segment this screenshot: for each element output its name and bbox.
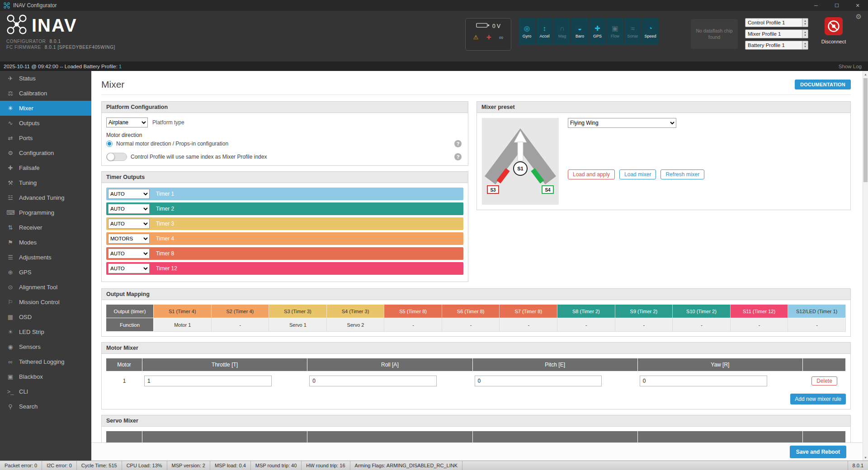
log-message-value: 1 bbox=[119, 64, 122, 69]
servo1-label: S1 bbox=[517, 166, 523, 171]
maximize-icon[interactable]: ☐ bbox=[826, 0, 847, 11]
mixer-preset-select[interactable]: Flying Wing bbox=[568, 118, 676, 128]
mixer-profile-select[interactable]: Mixer Profile 1 bbox=[745, 29, 808, 38]
sidebar-item-mission-control[interactable]: ⚐ Mission Control bbox=[0, 295, 91, 310]
settings-gear-icon[interactable]: ⚙ bbox=[856, 13, 862, 21]
roll-input[interactable] bbox=[309, 376, 437, 386]
sidebar-item-search[interactable]: ⚲ Search bbox=[0, 399, 91, 414]
sidebar-item-configuration[interactable]: ⚙ Configuration bbox=[0, 146, 91, 160]
sidebar-item-label: GPS bbox=[19, 269, 31, 276]
throttle-header: Throttle [T] bbox=[142, 358, 307, 371]
sidebar-item-programming[interactable]: ⌨ Programming bbox=[0, 205, 91, 220]
refresh-mixer-button[interactable]: Refresh mixer bbox=[660, 169, 704, 179]
status-segment: I2C error: 0 bbox=[42, 461, 77, 470]
sidebar-item-mixer[interactable]: ✳ Mixer bbox=[0, 101, 91, 116]
status-segment: Arming Flags: ARMING_DISABLED_RC_LINK bbox=[350, 461, 462, 470]
pitch-input[interactable] bbox=[475, 376, 602, 386]
sensors-icon: ◉ bbox=[6, 343, 14, 350]
firmware-version-line: FC FIRMWARE8.0.1 [SPEEDYBEEF405WING] bbox=[6, 45, 115, 50]
battery-profile-select[interactable]: Battery Profile 1 bbox=[745, 41, 808, 50]
panel-title: Servo Mixer bbox=[102, 415, 850, 427]
sidebar-item-adjustments[interactable]: ☰ Adjustments bbox=[0, 250, 91, 265]
delete-rule-button[interactable]: Delete bbox=[811, 376, 837, 385]
sidebar-item-blackbox[interactable]: ▣ Blackbox bbox=[0, 369, 91, 384]
sidebar-item-tethered-logging[interactable]: ∞ Tethered Logging bbox=[0, 354, 91, 369]
status-segment: MSP round trip: 40 bbox=[251, 461, 302, 470]
disconnect-icon bbox=[825, 17, 843, 37]
timer-12-row: AUTO Timer 12 bbox=[106, 262, 463, 275]
outputs-icon: ∿ bbox=[6, 120, 14, 127]
motor-direction-label: Motor direction bbox=[106, 132, 463, 138]
load-and-apply-button[interactable]: Load and apply bbox=[568, 169, 615, 179]
platform-type-label: Platform type bbox=[152, 119, 184, 126]
sidebar-item-receiver[interactable]: ⇅ Receiver bbox=[0, 220, 91, 235]
control-profile-sync-toggle[interactable] bbox=[106, 153, 127, 161]
sidebar-item-osd[interactable]: ▦ OSD bbox=[0, 310, 91, 324]
status-segment: MSP load: 0.4 bbox=[210, 461, 251, 470]
scroll-down-icon[interactable]: ▼ bbox=[863, 454, 868, 461]
function-cell: - bbox=[500, 318, 557, 332]
spinner-arrows-icon[interactable]: ▲▼ bbox=[802, 41, 808, 49]
timer-2-row: AUTO Timer 2 bbox=[106, 202, 463, 215]
yaw-input[interactable] bbox=[640, 376, 767, 386]
add-mixer-rule-button[interactable]: Add new mixer rule bbox=[790, 394, 846, 404]
window-titlebar: INAV Configurator ─ ☐ ✕ bbox=[0, 0, 868, 11]
help-icon[interactable]: ? bbox=[454, 140, 462, 147]
timer-8-row: AUTO Timer 8 bbox=[106, 247, 463, 260]
scroll-up-icon[interactable]: ▲ bbox=[863, 71, 868, 77]
sidebar-item-alignment-tool[interactable]: ⊙ Alignment Tool bbox=[0, 280, 91, 295]
timer-label: Timer 8 bbox=[156, 250, 174, 257]
modes-icon: ⚑ bbox=[6, 239, 14, 246]
sidebar-item-modes[interactable]: ⚑ Modes bbox=[0, 235, 91, 250]
yaw-header: Yaw [R] bbox=[638, 358, 803, 371]
spinner-arrows-icon[interactable]: ▲▼ bbox=[802, 19, 808, 27]
sensor-speed: ◔ Speed bbox=[642, 18, 659, 45]
output-timer-cell: S1 (Timer 4) bbox=[154, 305, 212, 318]
sidebar-item-ports[interactable]: ⇄ Ports bbox=[0, 131, 91, 146]
control-profile-wrap: Control Profile 1 ▲▼ bbox=[745, 18, 808, 27]
sidebar-item-sensors[interactable]: ◉ Sensors bbox=[0, 339, 91, 354]
sidebar-item-advanced-tuning[interactable]: ☳ Advanced Tuning bbox=[0, 190, 91, 205]
documentation-button[interactable]: DOCUMENTATION bbox=[795, 80, 851, 89]
sidebar-item-label: Tuning bbox=[19, 179, 37, 186]
output-column-3: S4 (Timer 3) Servo 2 bbox=[327, 305, 385, 332]
spinner-arrows-icon[interactable]: ▲▼ bbox=[802, 30, 808, 38]
timer-4-mode-select[interactable]: MOTORS bbox=[108, 234, 150, 244]
throttle-input[interactable] bbox=[144, 376, 272, 386]
show-log-toggle[interactable]: Show Log bbox=[839, 64, 862, 69]
load-mixer-button[interactable]: Load mixer bbox=[619, 169, 656, 179]
minimize-icon[interactable]: ─ bbox=[806, 0, 826, 11]
sidebar-item-gps[interactable]: ⊕ GPS bbox=[0, 265, 91, 280]
control-profile-select[interactable]: Control Profile 1 bbox=[745, 18, 808, 27]
save-and-reboot-button[interactable]: Save and Reboot bbox=[790, 446, 846, 458]
sidebar-item-status[interactable]: ✈ Status bbox=[0, 71, 91, 86]
sidebar-item-label: Mixer bbox=[19, 105, 33, 112]
scrollbar-thumb[interactable] bbox=[863, 78, 868, 182]
mag-icon: ∩ bbox=[560, 25, 565, 32]
close-icon[interactable]: ✕ bbox=[847, 0, 868, 11]
platform-type-select[interactable]: Airplane bbox=[106, 118, 148, 127]
save-footer: Save and Reboot bbox=[91, 442, 863, 461]
help-icon[interactable]: ? bbox=[454, 153, 462, 160]
configurator-version-line: CONFIGURATOR8.0.1 bbox=[6, 39, 115, 44]
sidebar-item-outputs[interactable]: ∿ Outputs bbox=[0, 116, 91, 131]
sidebar-nav: ✈ Status ⚖ Calibration ✳ Mixer ∿ Outputs… bbox=[0, 71, 91, 461]
timer-8-mode-select[interactable]: AUTO bbox=[108, 249, 150, 258]
timer-3-mode-select[interactable]: AUTO bbox=[108, 219, 150, 229]
sidebar-item-label: Calibration bbox=[19, 90, 47, 97]
timer-2-mode-select[interactable]: AUTO bbox=[108, 204, 150, 214]
disconnect-button[interactable]: Disconnect bbox=[818, 17, 849, 44]
timer-1-mode-select[interactable]: AUTO bbox=[108, 189, 150, 199]
sensor-gps: ✚ GPS bbox=[589, 18, 606, 45]
sidebar-item-failsafe[interactable]: ✚ Failsafe bbox=[0, 160, 91, 175]
vertical-scrollbar[interactable]: ▲ ▼ bbox=[863, 71, 868, 461]
sidebar-item-led-strip[interactable]: ☀ LED Strip bbox=[0, 324, 91, 339]
sidebar-item-calibration[interactable]: ⚖ Calibration bbox=[0, 86, 91, 101]
motor-direction-radio[interactable] bbox=[106, 141, 113, 147]
timer-12-mode-select[interactable]: AUTO bbox=[108, 263, 150, 273]
servo3-label: S3 bbox=[490, 188, 496, 193]
output-column-5: S6 (Timer 8) - bbox=[442, 305, 500, 332]
sidebar-item-cli[interactable]: >_ CLI bbox=[0, 384, 91, 399]
sidebar-item-tuning[interactable]: ⚒ Tuning bbox=[0, 175, 91, 190]
status-segment: Cycle Time: 515 bbox=[77, 461, 122, 470]
